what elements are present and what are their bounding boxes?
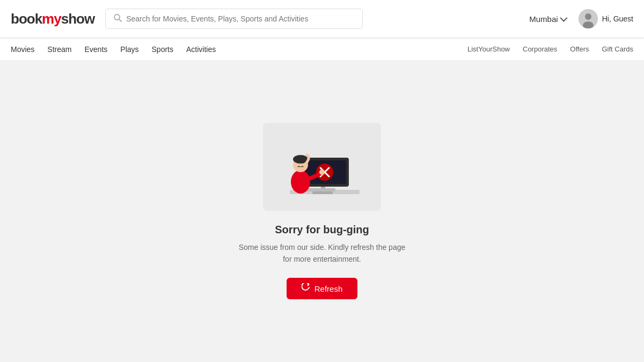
svg-point-17 bbox=[319, 169, 325, 175]
nav-item-events[interactable]: Events bbox=[84, 43, 107, 56]
error-subtitle: Some issue from our side. Kindly refresh… bbox=[236, 241, 408, 265]
nav-item-stream[interactable]: Stream bbox=[47, 43, 71, 56]
main-content: Sorry for bug-ging Some issue from our s… bbox=[0, 60, 644, 362]
logo-text: bookmyshow bbox=[11, 11, 94, 27]
nav-left: Movies Stream Events Plays Sports Activi… bbox=[11, 43, 467, 56]
error-illustration bbox=[263, 123, 381, 211]
user-greeting: Hi, Guest bbox=[602, 14, 633, 23]
refresh-icon bbox=[302, 283, 310, 294]
nav-item-activities[interactable]: Activities bbox=[186, 43, 216, 56]
nav-right: ListYourShow Corporates Offers Gift Card… bbox=[467, 45, 633, 53]
nav-item-movies[interactable]: Movies bbox=[11, 43, 34, 56]
refresh-button[interactable]: Refresh bbox=[287, 278, 358, 299]
search-icon bbox=[113, 13, 122, 24]
chevron-down-icon bbox=[560, 14, 567, 22]
svg-rect-7 bbox=[312, 191, 333, 194]
svg-line-1 bbox=[119, 19, 121, 21]
nav-item-plays[interactable]: Plays bbox=[120, 43, 138, 56]
search-bar[interactable] bbox=[105, 9, 363, 29]
city-name: Mumbai bbox=[529, 14, 558, 24]
nav-item-sports[interactable]: Sports bbox=[152, 43, 173, 56]
avatar bbox=[579, 9, 598, 28]
refresh-label: Refresh bbox=[314, 284, 343, 293]
navbar: Movies Stream Events Plays Sports Activi… bbox=[0, 38, 644, 60]
header-right: Mumbai Hi, Guest bbox=[529, 9, 633, 28]
nav-item-corporates[interactable]: Corporates bbox=[523, 45, 557, 53]
svg-point-3 bbox=[585, 13, 591, 20]
search-input[interactable] bbox=[126, 14, 355, 23]
logo[interactable]: bookmyshow bbox=[11, 11, 94, 27]
error-title: Sorry for bug-ging bbox=[275, 224, 369, 236]
user-section[interactable]: Hi, Guest bbox=[579, 9, 633, 28]
svg-point-14 bbox=[291, 170, 310, 194]
city-selector[interactable]: Mumbai bbox=[529, 14, 565, 24]
nav-item-listyourshow[interactable]: ListYourShow bbox=[467, 45, 510, 53]
nav-item-offers[interactable]: Offers bbox=[570, 45, 589, 53]
nav-item-giftcards[interactable]: Gift Cards bbox=[602, 45, 633, 53]
site-header: bookmyshow Mumbai Hi, Guest bbox=[0, 0, 644, 38]
